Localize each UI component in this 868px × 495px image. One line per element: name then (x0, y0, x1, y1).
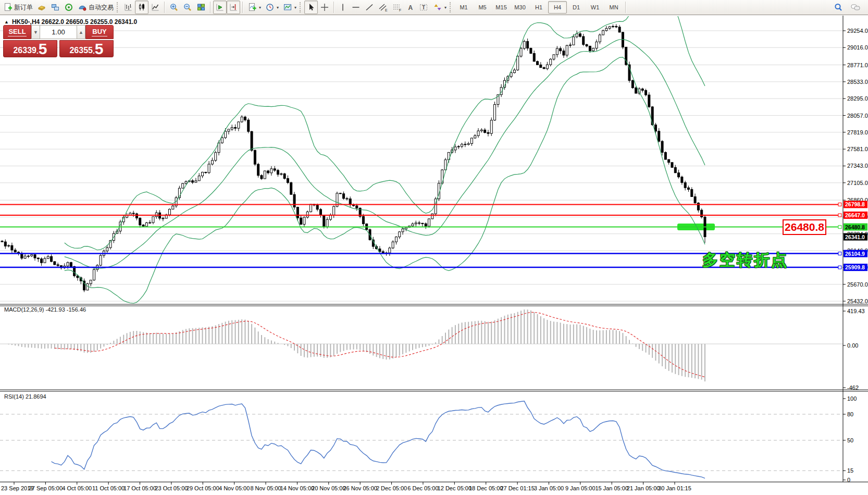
volume-increase-button[interactable]: ▲ (77, 25, 85, 39)
timeframe-d1[interactable]: D1 (567, 1, 586, 14)
svg-text:F: F (399, 8, 401, 12)
svg-text:25670.0: 25670.0 (847, 281, 868, 288)
zoom-out-button[interactable] (181, 1, 194, 14)
chat-button[interactable] (848, 1, 863, 14)
timeframe-h4[interactable]: H4 (548, 1, 567, 14)
auto-scroll-button[interactable] (213, 1, 227, 14)
tile-windows-button[interactable] (194, 1, 208, 14)
buy-button[interactable]: BUY (85, 25, 114, 39)
fibonacci-icon: F (392, 3, 402, 12)
bar-chart-button[interactable] (121, 1, 135, 14)
svg-text:25432.0: 25432.0 (847, 298, 868, 304)
autotrading-icon (78, 3, 87, 12)
svg-text:28533.0: 28533.0 (847, 79, 868, 85)
svg-text:26104.9: 26104.9 (845, 251, 865, 257)
chart-shift-icon (229, 3, 238, 12)
periods-button[interactable]: ▾ (263, 1, 281, 14)
timeframe-m1[interactable]: M1 (454, 1, 473, 14)
svg-text:-462: -462 (847, 385, 859, 391)
trendline-button[interactable] (363, 1, 376, 14)
templates-button[interactable]: ▾ (281, 1, 299, 14)
toolbar: 新订单 自动交易 (0, 0, 868, 15)
buy-price-display[interactable]: 26355.5 (59, 40, 114, 57)
new-chart-button[interactable] (35, 1, 48, 14)
new-order-icon (3, 3, 13, 12)
price-callout-box[interactable]: 26480.8 (783, 219, 826, 235)
search-button[interactable] (832, 1, 845, 14)
one-click-trading-panel: SELL ▼ 1.00 ▲ BUY 26339.5 26355.5 (3, 25, 114, 57)
svg-text:27343.0: 27343.0 (847, 163, 868, 169)
toolbar-grip (450, 2, 452, 13)
toolbar-separator (333, 2, 334, 13)
toolbar-separator (242, 2, 243, 13)
cursor-button[interactable] (304, 1, 318, 14)
price-axis-tags: 26798.826647.026480.826341.026104.925909… (844, 201, 867, 271)
svg-text:25909.8: 25909.8 (845, 264, 865, 270)
svg-text:27581.0: 27581.0 (847, 146, 868, 152)
volume-decrease-button[interactable]: ▼ (31, 25, 40, 39)
svg-text:T: T (422, 5, 425, 10)
timeframe-h1[interactable]: H1 (529, 1, 548, 14)
chevron-down-icon: ▾ (444, 5, 447, 10)
text-label-button[interactable]: T (417, 1, 431, 14)
data-window-button[interactable] (62, 1, 76, 14)
signal-icon (64, 3, 73, 12)
svg-text:100: 100 (847, 395, 857, 402)
indicators-button[interactable]: ▾ (245, 1, 263, 14)
zoom-out-icon (183, 3, 192, 12)
svg-text:27 Dec 01:15: 27 Dec 01:15 (500, 485, 534, 491)
svg-text:80: 80 (847, 411, 853, 417)
svg-text:27105.0: 27105.0 (847, 180, 868, 186)
pane-dividers[interactable] (0, 16, 868, 482)
svg-text:26480.8: 26480.8 (845, 224, 865, 230)
horizontal-line-icon (351, 3, 361, 12)
zoom-in-button[interactable] (167, 1, 181, 14)
collapse-triangle-icon[interactable]: ▲ (4, 19, 9, 24)
svg-text:29016.0: 29016.0 (847, 44, 868, 51)
svg-text:419.43: 419.43 (847, 308, 865, 314)
crosshair-button[interactable] (318, 1, 331, 14)
svg-text:A: A (408, 4, 413, 11)
text-label-icon: T (419, 3, 429, 12)
timeframe-mn[interactable]: MN (604, 1, 623, 14)
svg-text:28295.0: 28295.0 (847, 95, 868, 102)
chart-shift-button[interactable] (227, 1, 240, 14)
macd-pane (0, 310, 843, 381)
timeframe-w1[interactable]: W1 (586, 1, 604, 14)
vertical-line-button[interactable] (337, 1, 349, 14)
svg-text:27 Sep 05:00: 27 Sep 05:00 (29, 485, 63, 491)
svg-text:28771.0: 28771.0 (847, 62, 868, 68)
gold-bar-icon (37, 3, 46, 12)
tile-windows-icon (196, 3, 206, 12)
annotation-text[interactable]: 多空转折点 (702, 250, 788, 271)
volume-input[interactable]: 1.00 (40, 25, 77, 39)
arrows-button[interactable]: ▾ (431, 1, 449, 14)
horizontal-line-button[interactable] (349, 1, 363, 14)
autotrading-button[interactable]: 自动交易 (76, 1, 116, 14)
equidistant-channel-button[interactable]: E (376, 1, 390, 14)
toolbar-separator (625, 2, 626, 13)
toolbar-grip (300, 2, 302, 13)
sell-button[interactable]: SELL (3, 25, 31, 39)
fibonacci-button[interactable]: F (390, 1, 404, 14)
arrows-icon (433, 3, 442, 12)
chart-canvas[interactable]: 29254.029016.028771.028533.028295.028057… (0, 0, 868, 495)
candlestick-chart-button[interactable] (135, 1, 148, 14)
auto-scroll-icon (215, 3, 225, 12)
timeframe-m15[interactable]: M15 (492, 1, 511, 14)
timeframe-m30[interactable]: M30 (511, 1, 529, 14)
svg-text:15: 15 (847, 467, 853, 474)
timeframe-m5[interactable]: M5 (473, 1, 492, 14)
sell-price-display[interactable]: 26339.5 (3, 40, 57, 57)
vertical-line-icon (339, 3, 347, 12)
text-icon: A (406, 3, 415, 12)
svg-text:3 Jan 05:00: 3 Jan 05:00 (534, 485, 564, 491)
profiles-button[interactable] (48, 1, 62, 14)
text-button[interactable]: A (404, 1, 417, 14)
channel-icon: E (378, 3, 388, 12)
new-order-button[interactable]: 新订单 (1, 1, 35, 14)
svg-text:27819.0: 27819.0 (847, 129, 868, 135)
line-chart-button[interactable] (148, 1, 162, 14)
chevron-down-icon: ▾ (277, 5, 279, 10)
line-chart-icon (151, 3, 160, 12)
